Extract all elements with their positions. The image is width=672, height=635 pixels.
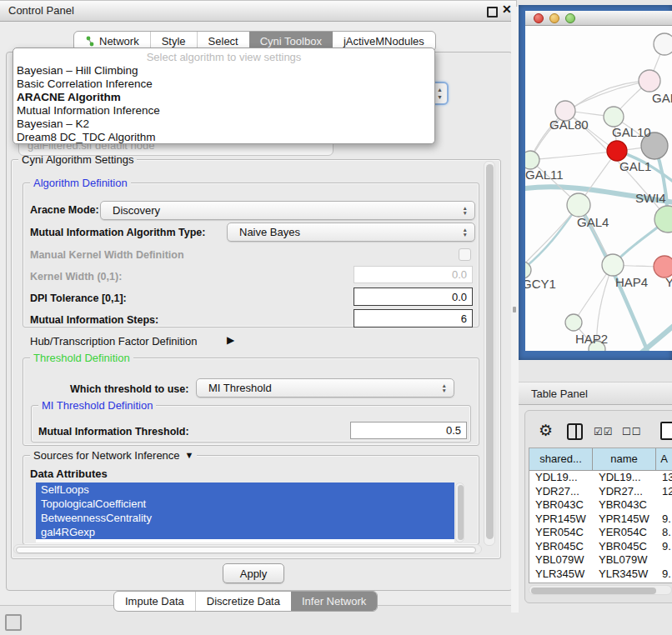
table-row[interactable]: YPR145WYPR145W9. — [529, 512, 672, 527]
sources-collapse-arrow-icon[interactable]: ▼ — [185, 449, 194, 462]
gear-icon[interactable]: ⚙ — [539, 421, 553, 440]
table-row[interactable]: YDR27...YDR27...12 — [529, 485, 672, 499]
column-header-partial[interactable]: A — [656, 448, 672, 470]
node-label-hap4: HAP4 — [615, 275, 648, 289]
settings-hscrollbar[interactable] — [13, 544, 482, 554]
network-view-window: GAL GAL80 GAL10 GAL1 GAL11 SWI4 GAL4 GCY… — [525, 11, 672, 351]
network-node-gal10[interactable] — [604, 107, 624, 127]
attribute-item[interactable]: TopologicalCoefficient — [36, 497, 454, 511]
node-label-gal80: GAL80 — [549, 118, 589, 132]
list-vscrollbar-thumb[interactable] — [458, 485, 464, 540]
data-attributes-label: Data Attributes — [30, 468, 108, 480]
dpi-tolerance-field[interactable]: 0.0 — [354, 288, 473, 306]
close-traffic-light[interactable] — [534, 13, 544, 23]
kernel-width-field[interactable]: 0.0 — [354, 266, 473, 283]
mi-steps-label: Mutual Information Steps: — [30, 314, 158, 326]
mi-threshold-group-title: MI Threshold Definition — [38, 399, 156, 412]
dpi-tolerance-label: DPI Tolerance [0,1]: — [30, 292, 127, 304]
popup-item[interactable]: Bayesian – Hill Climbing — [13, 64, 434, 78]
column-header-shared-name[interactable]: shared... — [529, 448, 593, 470]
table-hscrollbar-thumb[interactable] — [531, 588, 656, 594]
minimize-traffic-light[interactable] — [549, 13, 559, 23]
table-row[interactable]: YBL079WYBL079W — [529, 553, 672, 568]
document-icon[interactable] — [660, 422, 672, 440]
dock-panel-icon[interactable] — [5, 614, 22, 631]
combo-stepper-icon: ▲▼ — [439, 383, 454, 392]
columns-icon[interactable] — [567, 423, 583, 440]
node-label-gal10: GAL10 — [612, 125, 651, 139]
zoom-traffic-light[interactable] — [565, 13, 575, 23]
algorithm-definition-title: Algorithm Definition — [30, 177, 131, 189]
kernel-width-label: Kernel Width (0,1): — [30, 271, 122, 282]
network-window-titlebar — [525, 11, 672, 26]
settings-hscrollbar-thumb[interactable] — [16, 547, 476, 553]
network-node[interactable] — [654, 33, 672, 55]
mi-steps-field[interactable]: 6 — [354, 309, 473, 328]
mi-threshold-label: Mutual Information Threshold: — [38, 426, 189, 438]
network-node[interactable] — [639, 70, 660, 92]
aracne-mode-combo[interactable]: Discovery ▲▼ — [100, 201, 475, 220]
table-panel-titlebar: Table Panel — [519, 382, 672, 405]
table-hscrollbar[interactable] — [529, 585, 672, 595]
popup-item[interactable]: Dream8 DC_TDC Algorithm — [13, 131, 434, 144]
network-node-hap2[interactable] — [565, 314, 582, 331]
popup-item[interactable]: Mutual Information Inference — [13, 104, 434, 118]
table-row[interactable]: YER054CYER054C8. — [529, 526, 672, 540]
attribute-item[interactable]: BetweennessCentrality — [36, 511, 454, 525]
manual-kernel-checkbox[interactable] — [459, 248, 471, 261]
manual-kernel-label: Manual Kernel Width Definition — [30, 249, 184, 261]
deselect-all-icon[interactable]: ☐☐ — [622, 426, 642, 438]
network-node-gal1[interactable] — [607, 141, 627, 161]
settings-vscrollbar-thumb[interactable] — [486, 164, 494, 539]
node-label-gcy1: GCY1 — [525, 277, 556, 291]
table-row[interactable]: YLR345WYLR345W9. — [529, 568, 672, 582]
sources-group-title: Sources for Network Inference — [33, 449, 180, 462]
close-icon[interactable]: ✕ — [502, 2, 512, 16]
threshold-definition-title: Threshold Definition — [30, 352, 133, 364]
select-all-icon[interactable]: ☑☑ — [594, 426, 614, 438]
tab-discretize-data[interactable]: Discretize Data — [195, 592, 291, 611]
attribute-item[interactable]: gal4RGexp — [36, 525, 454, 539]
combo-stepper-icon: ▲▼ — [459, 206, 474, 215]
apply-button[interactable]: Apply — [223, 563, 284, 583]
hub-expand-arrow-icon[interactable]: ▶ — [227, 334, 234, 346]
algorithm-popup-list: Select algorithm to view settings Bayesi… — [13, 48, 435, 144]
node-label-gal1: GAL1 — [619, 159, 651, 173]
attribute-item[interactable]: SelfLoops — [36, 482, 454, 497]
splitter-handle[interactable] — [513, 307, 516, 312]
network-tab-icon — [85, 36, 95, 47]
mi-type-combo[interactable]: Naive Bayes ▲▼ — [227, 222, 475, 242]
table-row[interactable]: YIL052CYIL052C9. — [529, 581, 672, 583]
popup-item[interactable]: Basic Correlation Inference — [13, 78, 434, 91]
which-threshold-label: Which threshold to use: — [70, 383, 188, 395]
table-row[interactable]: YBR043CYBR043C — [529, 498, 672, 512]
mi-type-label: Mutual Information Algorithm Type: — [30, 227, 205, 238]
node-label-gal4: GAL4 — [577, 215, 609, 229]
tab-infer-network[interactable]: Infer Network — [291, 592, 377, 611]
network-canvas[interactable]: GAL GAL80 GAL10 GAL1 GAL11 SWI4 GAL4 GCY… — [525, 25, 672, 351]
table-row[interactable]: YDL19...YDL19...13 — [529, 471, 672, 485]
combo-stepper-icon: ▲▼ — [459, 228, 474, 237]
float-window-icon[interactable] — [487, 7, 498, 18]
control-panel-title: Control Panel — [8, 4, 74, 17]
table-row[interactable]: YBR045CYBR045C9. — [529, 540, 672, 554]
hub-section-label[interactable]: Hub/Transcription Factor Definition — [30, 335, 197, 348]
popup-item-selected[interactable]: ARACNE Algorithm — [13, 91, 434, 104]
network-node-hap4[interactable] — [602, 254, 624, 276]
control-panel-window: Control Panel ✕ Network Style Select Cyn… — [0, 0, 517, 606]
column-header-name[interactable]: name — [593, 448, 656, 470]
aracne-mode-label: Aracne Mode: — [30, 204, 99, 216]
which-threshold-combo[interactable]: MI Threshold ▲▼ — [196, 378, 454, 398]
popup-placeholder: Select algorithm to view settings — [13, 51, 434, 64]
stepper-arrows-icon: ▲▼ — [437, 86, 443, 101]
list-vscrollbar[interactable] — [455, 482, 464, 542]
tab-impute-data[interactable]: Impute Data — [114, 592, 195, 611]
network-node-gal4[interactable] — [567, 193, 590, 217]
mi-threshold-field[interactable]: 0.5 — [350, 422, 467, 439]
node-label-swi4: SWI4 — [635, 191, 666, 205]
network-node-gal11[interactable] — [525, 151, 539, 169]
table-panel-title: Table Panel — [531, 388, 588, 400]
node-label-gal11: GAL11 — [525, 168, 564, 182]
popup-item[interactable]: Bayesian – K2 — [13, 118, 434, 131]
settings-vscrollbar[interactable] — [484, 161, 495, 546]
